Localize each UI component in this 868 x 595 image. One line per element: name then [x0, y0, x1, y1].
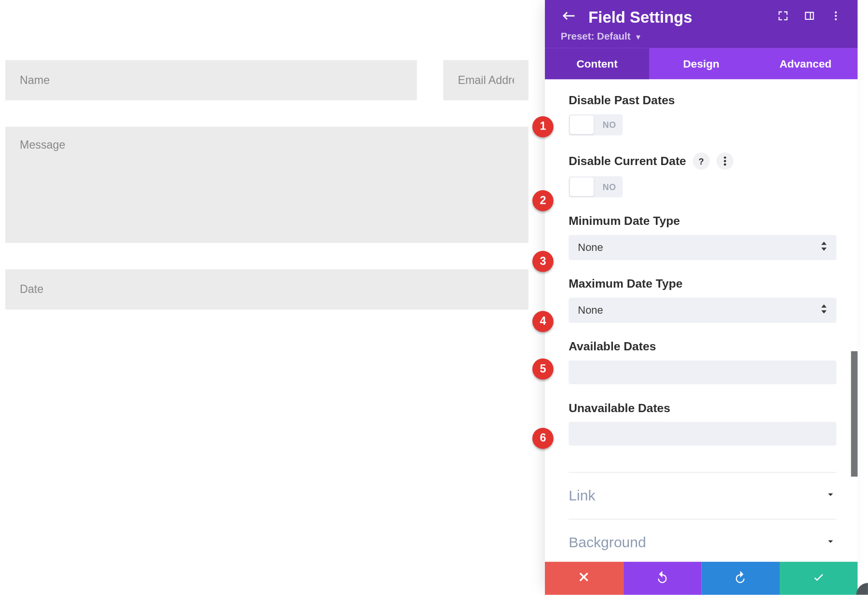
svg-point-1 — [835, 15, 837, 17]
tab-design[interactable]: Design — [649, 48, 753, 79]
dock-right-icon[interactable] — [803, 10, 815, 25]
accordion-label: Background — [569, 534, 646, 552]
panel-header: Field Settings Preset: Default ▼ — [545, 0, 857, 48]
select-arrows-icon — [821, 242, 827, 254]
redo-icon — [734, 570, 747, 586]
setting-label: Disable Current Date — [569, 154, 686, 168]
kebab-icon[interactable] — [830, 10, 842, 25]
callout-badge-3: 3 — [532, 251, 554, 272]
panel-tabs: Content Design Advanced — [545, 48, 857, 79]
expand-icon[interactable] — [777, 10, 789, 25]
select-value: None — [578, 304, 603, 317]
panel-footer — [545, 562, 857, 595]
caret-down-icon: ▼ — [635, 33, 642, 41]
setting-min-date-type: Minimum Date Type None — [569, 215, 836, 260]
toggle-state: NO — [603, 182, 616, 192]
toggle-state: NO — [603, 120, 616, 130]
select-value: None — [578, 242, 603, 254]
preset-value: Default — [597, 30, 631, 42]
input-available-dates[interactable] — [569, 360, 836, 384]
setting-label: Disable Past Dates — [569, 94, 675, 108]
select-arrows-icon — [821, 304, 827, 317]
svg-point-2 — [835, 18, 837, 20]
callout-badge-6: 6 — [532, 428, 554, 449]
undo-button[interactable] — [623, 562, 701, 595]
scrollbar-thumb[interactable] — [851, 351, 858, 477]
date-field[interactable] — [5, 269, 529, 309]
svg-point-4 — [724, 160, 726, 162]
svg-point-5 — [724, 164, 726, 166]
setting-available-dates: Available Dates — [569, 340, 836, 385]
setting-disable-current: Disable Current Date ? NO — [569, 152, 836, 197]
help-icon[interactable]: ? — [692, 152, 710, 170]
panel-body[interactable]: Disable Past Dates NO Disable Current Da… — [545, 79, 857, 562]
message-field[interactable] — [5, 127, 529, 243]
setting-max-date-type: Maximum Date Type None — [569, 277, 836, 323]
toggle-disable-past[interactable]: NO — [569, 114, 623, 136]
undo-icon — [655, 570, 668, 586]
callout-badge-4: 4 — [532, 311, 554, 332]
chevron-down-icon — [825, 488, 837, 503]
setting-unavailable-dates: Unavailable Dates — [569, 401, 836, 446]
back-icon[interactable] — [561, 8, 577, 26]
svg-point-3 — [724, 156, 726, 159]
svg-point-0 — [835, 12, 837, 14]
callout-badge-2: 2 — [532, 190, 554, 211]
cancel-button[interactable] — [545, 562, 623, 595]
setting-label: Maximum Date Type — [569, 277, 682, 291]
email-field[interactable] — [443, 60, 528, 100]
field-settings-panel: Field Settings Preset: Default ▼ Content… — [545, 0, 857, 595]
setting-label: Available Dates — [569, 340, 656, 354]
accordion-label: Link — [569, 487, 595, 505]
accordion-background[interactable]: Background — [569, 519, 836, 558]
check-icon — [812, 570, 825, 586]
close-icon — [577, 570, 590, 586]
input-unavailable-dates[interactable] — [569, 422, 836, 445]
callout-badge-1: 1 — [532, 116, 554, 138]
preset-prefix: Preset: — [561, 30, 595, 42]
panel-title: Field Settings — [588, 8, 765, 26]
more-options-icon[interactable] — [717, 152, 734, 170]
setting-disable-past: Disable Past Dates NO — [569, 94, 836, 135]
name-field[interactable] — [5, 60, 417, 100]
tab-content[interactable]: Content — [545, 48, 649, 79]
redo-button[interactable] — [701, 562, 779, 595]
toggle-disable-current[interactable]: NO — [569, 176, 623, 197]
callout-badge-5: 5 — [532, 359, 554, 380]
setting-label: Unavailable Dates — [569, 401, 670, 415]
form-preview — [5, 60, 529, 309]
preset-dropdown[interactable]: Preset: Default ▼ — [561, 30, 842, 42]
toggle-knob — [570, 115, 594, 134]
chevron-down-icon — [825, 535, 837, 550]
select-max-date-type[interactable]: None — [569, 298, 836, 323]
toggle-knob — [570, 178, 594, 196]
resize-handle-icon[interactable] — [856, 583, 868, 595]
setting-label: Minimum Date Type — [569, 215, 680, 229]
select-min-date-type[interactable]: None — [569, 235, 836, 260]
tab-advanced[interactable]: Advanced — [753, 48, 857, 79]
accordion-link[interactable]: Link — [569, 472, 836, 519]
save-button[interactable] — [779, 562, 857, 595]
